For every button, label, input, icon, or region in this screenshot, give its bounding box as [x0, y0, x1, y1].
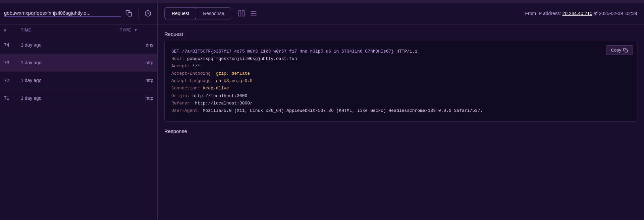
row-num: 73 — [4, 60, 21, 65]
tab-request[interactable]: Request — [165, 8, 196, 19]
code-content: GET /?a=BITSCTF{b357f17_4c75_m0r3_l1k3_w… — [171, 48, 630, 115]
row-time: 1 day ago — [21, 78, 120, 83]
col-time-header: TIME — [21, 28, 120, 32]
left-panel: gobuwxmxpqrfqesxfxnjsil06sgjuhtly.o... #… — [0, 3, 158, 220]
lines-view-button[interactable] — [249, 9, 259, 18]
svg-rect-3 — [242, 11, 244, 16]
row-num: 72 — [4, 78, 21, 83]
tab-response[interactable]: Response — [196, 8, 231, 19]
table-row[interactable]: 73 1 day ago http — [0, 54, 157, 72]
domain-text: gobuwxmxpqrfqesxfxnjsil06sgjuhtly.o... — [4, 10, 121, 17]
table-row[interactable]: 71 1 day ago http — [0, 89, 157, 107]
row-time: 1 day ago — [21, 60, 120, 65]
code-block-request: Copy GET /?a=BITSCTF{b357f17_4c75_m0r3_l… — [164, 41, 637, 122]
table-body: 74 1 day ago dns 73 1 day ago http 72 1 … — [0, 36, 157, 220]
row-time: 1 day ago — [21, 95, 120, 101]
copy-domain-button[interactable] — [123, 9, 134, 18]
right-content: Request Copy GET /?a=BITSCTF{b357f17_4c7… — [158, 24, 644, 220]
col-type-header: TYPE ▼ — [120, 28, 153, 32]
ip-timestamp: at 2025-02-09_02:34 — [594, 11, 637, 16]
request-section-label: Request — [164, 31, 637, 37]
row-type: http — [120, 78, 153, 83]
right-header: Request Response — [158, 3, 644, 24]
filter-icon[interactable]: ▼ — [134, 28, 138, 32]
history-button[interactable] — [143, 9, 153, 18]
table-row[interactable]: 72 1 day ago http — [0, 72, 157, 89]
right-panel: Request Response — [158, 3, 644, 220]
columns-view-button[interactable] — [236, 9, 247, 18]
copy-button[interactable]: Copy — [606, 45, 633, 55]
ip-info: From IP address: 20.244.40.210 at 2025-0… — [525, 11, 637, 16]
table-header: # TIME TYPE ▼ — [0, 24, 157, 36]
svg-rect-7 — [625, 50, 628, 52]
row-type: dns — [120, 42, 153, 48]
row-time: 1 day ago — [21, 42, 120, 48]
row-num: 74 — [4, 42, 21, 48]
vertical-divider — [138, 8, 139, 19]
row-type: http — [120, 95, 153, 101]
code-method: GET /?a=BITSCTF{b357f17_4c75_m0r3_l1k3_w… — [171, 49, 394, 54]
col-num-header: # — [4, 28, 21, 32]
svg-rect-2 — [239, 11, 241, 16]
view-icons — [236, 9, 259, 18]
ip-address[interactable]: 20.244.40.210 — [562, 11, 593, 16]
response-section-label: Response — [164, 128, 637, 134]
svg-rect-0 — [128, 13, 132, 16]
row-num: 71 — [4, 95, 21, 101]
table-row[interactable]: 74 1 day ago dns — [0, 36, 157, 54]
row-type: http — [120, 60, 153, 65]
ip-prefix: From IP address: — [525, 11, 561, 16]
left-header: gobuwxmxpqrfqesxfxnjsil06sgjuhtly.o... — [0, 3, 157, 24]
tab-group: Request Response — [164, 7, 231, 19]
